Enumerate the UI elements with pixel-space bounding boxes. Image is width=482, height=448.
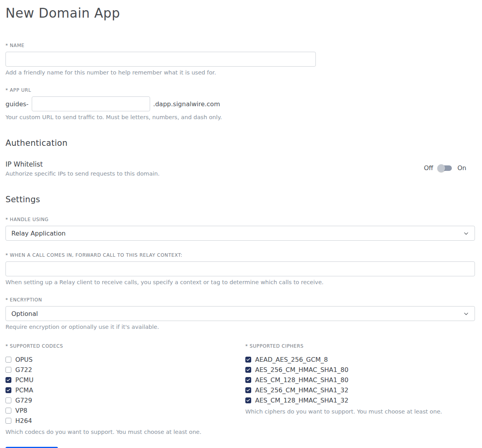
app-url-suffix: .dapp.signalwire.com [153,100,220,108]
checkbox-label: AEAD_AES_256_GCM_8 [255,356,328,363]
encryption-helper: Require encryption or optionally use it … [5,324,475,330]
checkbox-checked-icon[interactable] [245,377,251,383]
checkbox-unchecked-icon[interactable] [5,397,11,403]
ip-whitelist-row: IP Whitelist Authorize specific IPs to s… [5,160,475,177]
checkbox-row[interactable]: AES_CM_128_HMAC_SHA1_32 [245,395,475,405]
checkbox-row[interactable]: AES_256_CM_HMAC_SHA1_80 [245,365,475,375]
checkbox-label: G729 [15,397,32,404]
new-domain-app-form: New Domain App * NAME Add a friendly nam… [0,0,482,448]
app-url-prefix: guides- [5,100,29,108]
checkbox-label: PCMU [15,376,33,384]
authentication-heading: Authentication [5,138,475,148]
app-url-label: * APP URL [5,87,475,93]
ip-whitelist-helper: Authorize specific IPs to send requests … [5,170,159,177]
checkbox-label: G722 [15,366,32,374]
ip-whitelist-label: IP Whitelist [5,160,159,168]
toggle-on-label: On [457,164,466,172]
checkbox-row[interactable]: AES_256_CM_HMAC_SHA1_32 [245,385,475,395]
app-url-helper: Your custom URL to send traffic to. Must… [5,114,475,120]
checkbox-row[interactable]: H264 [5,415,245,426]
page-title: New Domain App [5,5,475,21]
encryption-value: Optional [11,310,38,317]
app-url-field-group: * APP URL guides- .dapp.signalwire.com Y… [5,87,475,120]
relay-context-group: * WHEN A CALL COMES IN, FORWARD CALL TO … [5,252,475,285]
name-field-group: * NAME Add a friendly name for this numb… [5,43,475,76]
ip-whitelist-toggle-group: Off On [424,164,466,172]
ciphers-helper: Which ciphers do you want to support. Yo… [245,408,475,415]
relay-context-label: * WHEN A CALL COMES IN, FORWARD CALL TO … [5,252,475,258]
checkbox-checked-icon[interactable] [245,397,251,403]
handle-using-select[interactable]: Relay Application [5,226,475,241]
checkbox-unchecked-icon[interactable] [5,408,11,414]
checkbox-row[interactable]: AES_CM_128_HMAC_SHA1_80 [245,375,475,385]
encryption-group: * ENCRYPTION Optional Require encryption… [5,297,475,330]
relay-context-helper: When setting up a Relay client to receiv… [5,279,475,285]
toggle-off-label: Off [424,164,433,172]
supported-ciphers-label: * SUPPORTED CIPHERS [245,343,475,349]
settings-heading: Settings [5,195,475,204]
checkbox-checked-icon[interactable] [5,387,11,393]
checkbox-label: OPUS [15,356,33,363]
checkbox-row[interactable]: AEAD_AES_256_GCM_8 [245,354,475,365]
checkbox-row[interactable]: G722 [5,365,245,375]
chevron-down-icon [463,311,469,318]
handle-using-value: Relay Application [11,230,65,237]
encryption-label: * ENCRYPTION [5,297,475,303]
checkbox-unchecked-icon[interactable] [5,367,11,373]
checkbox-row[interactable]: PCMA [5,385,245,395]
toggle-knob[interactable] [437,164,445,172]
checkbox-unchecked-icon[interactable] [5,418,11,424]
checkbox-label: AES_256_CM_HMAC_SHA1_80 [255,366,348,374]
name-label: * NAME [5,43,475,48]
checkbox-label: AES_CM_128_HMAC_SHA1_80 [255,376,348,384]
checkbox-label: VP8 [15,407,27,414]
cipher-checkbox-list: AEAD_AES_256_GCM_8AES_256_CM_HMAC_SHA1_8… [245,354,475,405]
app-url-input[interactable] [32,96,150,111]
chevron-down-icon [463,230,469,238]
encryption-select[interactable]: Optional [5,306,475,321]
checkbox-row[interactable]: VP8 [5,405,245,415]
checkbox-checked-icon[interactable] [245,367,251,373]
handle-using-group: * HANDLE USING Relay Application [5,217,475,241]
ip-whitelist-toggle[interactable] [439,165,452,171]
supported-codecs-column: * SUPPORTED CODECS OPUSG722PCMUPCMAG729V… [5,343,245,435]
checkbox-row[interactable]: OPUS [5,354,245,365]
checkbox-label: PCMA [15,386,33,394]
codecs-helper: Which codecs do you want to support. You… [5,429,245,435]
checkbox-row[interactable]: G729 [5,395,245,405]
ip-whitelist-text: IP Whitelist Authorize specific IPs to s… [5,160,159,177]
checkbox-checked-icon[interactable] [245,357,251,363]
supported-ciphers-column: * SUPPORTED CIPHERS AEAD_AES_256_GCM_8AE… [245,343,475,435]
checkbox-label: H264 [15,417,32,424]
checkbox-label: AES_CM_128_HMAC_SHA1_32 [255,397,348,404]
handle-using-label: * HANDLE USING [5,217,475,222]
checkbox-unchecked-icon[interactable] [5,357,11,363]
name-input[interactable] [5,52,316,67]
checkbox-row[interactable]: PCMU [5,375,245,385]
checkbox-label: AES_256_CM_HMAC_SHA1_32 [255,386,348,394]
codec-cipher-columns: * SUPPORTED CODECS OPUSG722PCMUPCMAG729V… [5,343,475,435]
relay-context-input[interactable] [5,261,475,276]
supported-codecs-label: * SUPPORTED CODECS [5,343,245,349]
name-helper: Add a friendly name for this number to h… [5,69,475,76]
codec-checkbox-list: OPUSG722PCMUPCMAG729VP8H264 [5,354,245,426]
checkbox-checked-icon[interactable] [5,377,11,383]
checkbox-checked-icon[interactable] [245,387,251,393]
